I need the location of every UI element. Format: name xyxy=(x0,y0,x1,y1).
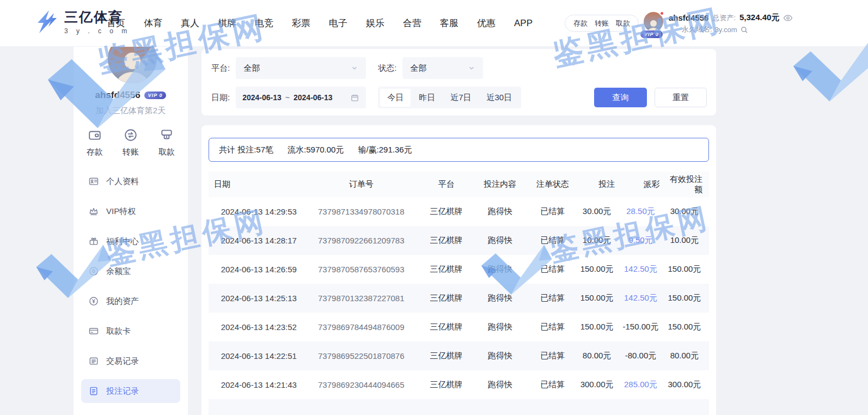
wallet-actions-pill: 存款转账取款 xyxy=(565,15,639,32)
person-silhouette-icon xyxy=(645,19,662,32)
cell-bet: 150.00元 xyxy=(579,255,621,284)
cell-content: 跑得快 xyxy=(474,197,526,226)
cell-content: 跑得快 xyxy=(474,341,526,370)
search-icon[interactable] xyxy=(740,26,748,34)
cell-date: 2024-06-13 14:28:17 xyxy=(209,226,304,255)
cell-content: 跑得快 xyxy=(474,313,526,341)
vip-badge-header: VIP 0 xyxy=(640,30,663,38)
sidebar-item-label: 个人资料 xyxy=(106,176,139,187)
withdraw-icon xyxy=(160,128,174,144)
wallet-action-1[interactable]: 转账 xyxy=(595,19,609,28)
cell-payout: -80.00元 xyxy=(621,341,667,370)
range-button-2[interactable]: 近7日 xyxy=(443,89,478,107)
wallet-action-2[interactable]: 取款 xyxy=(616,19,630,28)
wallet-action-0[interactable]: 存款 xyxy=(573,19,588,28)
status-select[interactable]: 全部 xyxy=(402,57,483,79)
user-block: VIP 0 ahsfd4556 总资产: 5,324.40元 永久域名: 3y.… xyxy=(644,12,793,34)
nav-item-8[interactable]: 合营 xyxy=(403,17,421,29)
cell-order: 7379870132387227081 xyxy=(304,284,419,313)
nav-item-0[interactable]: 首页 xyxy=(107,17,125,29)
total-assets-label: 总资产: xyxy=(712,13,736,23)
bet-record-icon xyxy=(88,386,99,396)
reset-button[interactable]: 重置 xyxy=(655,88,707,107)
cell-payout: 142.50元 xyxy=(621,284,667,313)
nav-item-4[interactable]: 电竞 xyxy=(255,17,273,29)
cell-payout: 28.50元 xyxy=(621,197,667,226)
table-row: 2024-06-13 14:29:537379871334978070318三亿… xyxy=(209,197,709,226)
table-row: 2024-06-13 14:23:527379869784494876009三亿… xyxy=(209,313,709,341)
nav-item-10[interactable]: 优惠 xyxy=(477,17,496,29)
sidebar-item-7[interactable]: 投注记录 xyxy=(81,379,180,403)
sidebar-item-2[interactable]: 福利中心 xyxy=(81,229,180,253)
chevron-down-icon xyxy=(351,64,358,72)
sidebar-item-5[interactable]: 取款卡 xyxy=(81,319,180,343)
nav-item-6[interactable]: 电子 xyxy=(329,17,347,29)
sidebar-item-label: 我的资产 xyxy=(106,296,139,307)
sidebar-item-0[interactable]: 个人资料 xyxy=(81,169,180,193)
cell-platform: 三亿棋牌 xyxy=(419,284,474,313)
wallet-icon xyxy=(88,128,102,144)
search-button[interactable]: 查询 xyxy=(594,88,647,107)
person-silhouette-icon xyxy=(111,48,154,84)
quick-action-label: 存款 xyxy=(87,147,103,157)
range-button-3[interactable]: 近30日 xyxy=(480,89,519,107)
cell-status: 已结算 xyxy=(527,226,579,255)
quick-action-0[interactable]: 存款 xyxy=(87,128,103,157)
status-select-value: 全部 xyxy=(410,63,426,74)
nav-item-1[interactable]: 体育 xyxy=(144,17,162,29)
platform-select[interactable]: 全部 xyxy=(236,57,366,79)
cell-valid: 80.00元 xyxy=(667,341,709,370)
nav-item-7[interactable]: 娱乐 xyxy=(366,17,384,29)
column-header-valid: 有效投注额 xyxy=(667,172,709,197)
column-header-bet: 投注 xyxy=(579,172,621,197)
cell-platform: 三亿棋牌 xyxy=(419,255,474,284)
sidebar-item-3[interactable]: 余额宝 xyxy=(81,259,180,283)
cell-bet: 150.00元 xyxy=(579,313,621,341)
sidebar-item-label: 福利中心 xyxy=(106,236,139,247)
nav-item-11[interactable]: APP xyxy=(514,18,533,29)
range-button-1[interactable]: 昨日 xyxy=(412,89,442,107)
sidebar-item-6[interactable]: 交易记录 xyxy=(81,349,180,373)
cell-date: 2024-06-13 14:22:51 xyxy=(209,341,304,370)
column-header-status: 注单状态 xyxy=(527,172,579,197)
sidebar-item-label: 投注记录 xyxy=(106,386,139,396)
calendar-icon xyxy=(350,93,359,102)
sidebar-item-4[interactable]: 我的资产 xyxy=(81,289,180,313)
summary-winloss: 输/赢:291.36元 xyxy=(358,145,412,155)
platform-select-value: 全部 xyxy=(243,63,260,74)
nav-item-5[interactable]: 彩票 xyxy=(292,17,310,29)
side-menu: 个人资料VIP特权福利中心余额宝我的资产取款卡交易记录投注记录兑奖记录 xyxy=(74,169,188,415)
crown-icon xyxy=(88,206,99,217)
cell-bet: 80.00元 xyxy=(579,341,621,370)
eye-icon[interactable] xyxy=(783,14,793,22)
column-header-order: 订单号 xyxy=(304,172,419,197)
cell-date: 2024-06-13 14:29:53 xyxy=(209,197,304,226)
date-separator: ~ xyxy=(285,93,290,102)
cell-date: 2024-06-13 14:21:43 xyxy=(209,370,304,399)
quick-action-2[interactable]: 取款 xyxy=(158,128,175,157)
cell-content: 跑得快 xyxy=(474,226,526,255)
range-button-0[interactable]: 今日 xyxy=(380,89,411,107)
sidebar-item-1[interactable]: VIP特权 xyxy=(81,199,180,223)
date-end: 2024-06-13 xyxy=(294,93,333,102)
next-row-strip xyxy=(209,399,709,415)
table-row: 2024-06-13 14:28:177379870922661209783三亿… xyxy=(209,226,709,255)
total-assets-value: 5,324.40元 xyxy=(739,13,779,23)
date-range-input[interactable]: 2024-06-13 ~ 2024-06-13 xyxy=(236,87,366,108)
table-row: 2024-06-13 14:25:137379870132387227081三亿… xyxy=(209,284,709,313)
sidebar-item-label: 余额宝 xyxy=(106,266,131,277)
quick-action-1[interactable]: 转账 xyxy=(123,128,139,157)
nav-item-3[interactable]: 棋牌 xyxy=(218,17,236,29)
cell-order: 7379869784494876009 xyxy=(304,313,419,341)
filter-card: 平台: 全部 状态: 全部 日期: 2024-06-13 ~ 2024-06-1… xyxy=(201,49,716,115)
nav-item-9[interactable]: 客服 xyxy=(440,17,459,29)
bet-records-table: 日期订单号平台投注内容注单状态投注派彩有效投注额 2024-06-13 14:2… xyxy=(209,172,709,399)
cell-date: 2024-06-13 14:23:52 xyxy=(209,313,304,341)
table-row: 2024-06-13 14:22:517379869522501870876三亿… xyxy=(209,341,709,370)
sidebar-item-8[interactable]: 兑奖记录 xyxy=(81,409,180,415)
column-header-date: 日期 xyxy=(209,172,304,197)
cell-valid: 150.00元 xyxy=(667,284,709,313)
nav-item-2[interactable]: 真人 xyxy=(181,17,199,29)
bank-card-icon xyxy=(88,326,99,337)
top-header: 三亿体育 3 y . c o m 首页体育真人棋牌电竞彩票电子娱乐合营客服优惠A… xyxy=(0,0,868,46)
